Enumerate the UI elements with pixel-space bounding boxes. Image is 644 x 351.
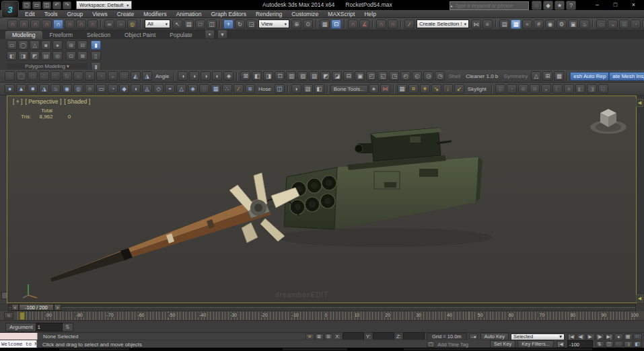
snap-face-icon[interactable]: ∩ [65, 20, 75, 29]
poly-tool-3-icon[interactable]: ◨ [263, 71, 273, 81]
ringwave-primitive-icon[interactable]: ◌ [199, 84, 209, 93]
add-key-icon[interactable]: ● [614, 334, 623, 340]
search-input[interactable] [454, 3, 528, 9]
poly-tool-17-icon[interactable]: ◶ [423, 71, 433, 81]
poly-tool-4-icon[interactable]: ⊡ [275, 71, 285, 81]
poly-tool-10-icon[interactable]: ⊟ [343, 71, 353, 81]
dot-mode-icon[interactable]: ∷ [633, 334, 642, 340]
brush-5-icon[interactable]: ◈ [223, 71, 234, 81]
menu-customize[interactable]: Customize [287, 10, 323, 17]
rig-tool-2-icon[interactable]: ◔ [507, 84, 517, 93]
absolute-mode-icon[interactable]: ⊞ [324, 334, 333, 340]
select-object-icon[interactable]: ↖ [172, 20, 182, 29]
poly-tool-13-icon[interactable]: ◱ [378, 71, 388, 81]
hedra-primitive-icon[interactable]: ◈ [188, 84, 198, 93]
snap-toggle-1-icon[interactable]: ∩ [7, 20, 17, 29]
mesh-auto-repair-button[interactable]: esh Auto Rep [570, 72, 609, 81]
poly-tool-16-icon[interactable]: ◵ [412, 71, 422, 81]
schematic-view-icon[interactable]: # [534, 20, 544, 29]
mesh-inspect-button[interactable]: ate Mesh Insp [609, 72, 644, 81]
pm-polygon-icon[interactable]: ■ [41, 40, 51, 50]
grow-selection-icon[interactable]: ∴ [39, 71, 49, 81]
hose-primitive-icon[interactable]: ◫ [275, 84, 285, 93]
angle-snap-icon[interactable]: ∡ [359, 20, 369, 29]
poly-tool-9-icon[interactable]: ◪ [332, 71, 342, 81]
rig-tool-8-icon[interactable]: ◧ [575, 84, 585, 93]
gengon-primitive-icon[interactable]: ◇ [153, 84, 164, 93]
spray-primitive-icon[interactable]: ∴ [222, 84, 232, 93]
play-icon[interactable]: ▶ [586, 334, 595, 340]
polygon-modeling-caption[interactable]: Polygon Modeling ▾ [7, 63, 87, 69]
extra-tool-4-icon[interactable]: ◔ [631, 20, 641, 29]
invert-selection-icon[interactable]: ◒ [108, 71, 118, 81]
object-paint-2-icon[interactable]: ▨ [303, 84, 313, 93]
go-to-start-icon[interactable]: |◀ [567, 334, 576, 340]
infocenter-search[interactable]: ▸ [450, 1, 529, 10]
pm-element-icon[interactable]: ● [52, 40, 63, 50]
key-set-dropdown[interactable]: Selected ▾ [511, 334, 565, 340]
go-to-end-icon[interactable]: ▶| [605, 334, 614, 340]
add-time-tag[interactable]: Add Time Tag [437, 342, 468, 348]
menu-help[interactable]: Help [359, 10, 380, 17]
previous-frame-icon[interactable]: ◀| [577, 334, 585, 340]
open-file-icon[interactable]: ▭ [32, 1, 41, 9]
teapot-status-icon[interactable]: ◧ [633, 341, 642, 348]
menu-tools[interactable]: Tools [40, 10, 63, 17]
brush-4-icon[interactable]: ◐ [212, 71, 222, 81]
menu-views[interactable]: Views [87, 10, 112, 17]
poly-tool-7-icon[interactable]: ▨ [309, 71, 319, 81]
poly-tool-11-icon[interactable]: ▣ [355, 71, 365, 81]
current-frame-marker[interactable] [20, 312, 25, 320]
menu-animation[interactable]: Animation [172, 10, 207, 17]
snap-edge-icon[interactable]: ∩ [53, 20, 63, 29]
poly-tool-18-icon[interactable]: ◷ [435, 71, 445, 81]
camera-icon[interactable]: ▦ [397, 84, 407, 93]
time-tag-page-icon[interactable]: ▢ [427, 341, 435, 348]
pm-pin-icon[interactable]: ◨ [18, 51, 28, 61]
rig-tool-10-icon[interactable]: ∅ [598, 84, 608, 93]
bone-tools-button[interactable]: Bone Tools... [330, 85, 368, 93]
missile-model[interactable] [50, 173, 299, 282]
capsule-primitive-icon[interactable]: ◖ [131, 84, 141, 93]
measure-icon[interactable]: △ [531, 71, 541, 81]
snap-midpoint-icon[interactable]: ∩ [76, 20, 86, 29]
statue-tool-1-icon[interactable]: ◭ [131, 71, 141, 81]
viewport-general-menu[interactable]: [ + ] [13, 98, 22, 105]
poly-tool-2-icon[interactable]: ◧ [252, 71, 262, 81]
window-crossing-icon[interactable]: ◫ [207, 20, 217, 29]
maximize-button[interactable]: □ [606, 1, 624, 9]
key-mode-icon[interactable]: –● [469, 334, 478, 340]
render-setup-icon[interactable]: ⚙ [557, 20, 567, 29]
oiltank-primitive-icon[interactable]: ◓ [165, 84, 175, 93]
align-icon[interactable]: ≡ [482, 20, 493, 29]
pm-constraint-1-icon[interactable]: ⊞ [66, 40, 76, 50]
snap-pivot-icon[interactable]: ∩ [87, 20, 98, 29]
checker-pattern-icon[interactable]: ▩ [554, 71, 564, 81]
cylinder-primitive-icon[interactable]: ◉ [62, 84, 72, 93]
pm-stack-mid-icon[interactable]: ▯ [91, 51, 101, 61]
poly-tool-15-icon[interactable]: ◴ [400, 71, 410, 81]
soft-selection-icon[interactable]: ☼ [73, 71, 83, 81]
argument-input[interactable] [36, 323, 63, 332]
pm-stack-top-icon[interactable]: ▮ [91, 40, 101, 50]
menu-create[interactable]: Create [112, 10, 139, 17]
close-button[interactable]: × [624, 1, 643, 9]
bind-to-space-warp-icon[interactable]: ◎ [127, 20, 137, 29]
new-file-icon[interactable]: ▢ [22, 1, 31, 9]
curve-editor-icon[interactable]: ≈ [522, 20, 532, 29]
pivot-flyout-icon[interactable]: ⊙ [303, 20, 313, 29]
isolate-selection-icon[interactable]: ¤ [306, 334, 314, 340]
statue-tool-2-icon[interactable]: ◮ [142, 71, 152, 81]
go-to-frame-icon[interactable]: |◀ [557, 341, 565, 348]
select-and-rotate-icon[interactable]: ↻ [235, 20, 245, 29]
mirror-icon[interactable]: ⋈ [471, 20, 481, 29]
mini-curve-editor-button[interactable]: ≈ [4, 312, 13, 319]
box-primitive-icon[interactable]: ■ [28, 84, 38, 93]
workspace-dropdown[interactable]: Workspace: Default ▾ [76, 1, 132, 9]
spot-light-2-icon[interactable]: ↓ [443, 84, 453, 93]
named-selection-sets-dropdown[interactable]: Create Selection Se▾ [417, 20, 469, 28]
pm-border-icon[interactable]: △ [30, 40, 40, 50]
poly-tool-6-icon[interactable]: ▧ [297, 71, 308, 81]
pencil-tool-icon[interactable]: ∕ [234, 84, 244, 93]
ribbon-tab-selection[interactable]: Selection [80, 31, 117, 39]
